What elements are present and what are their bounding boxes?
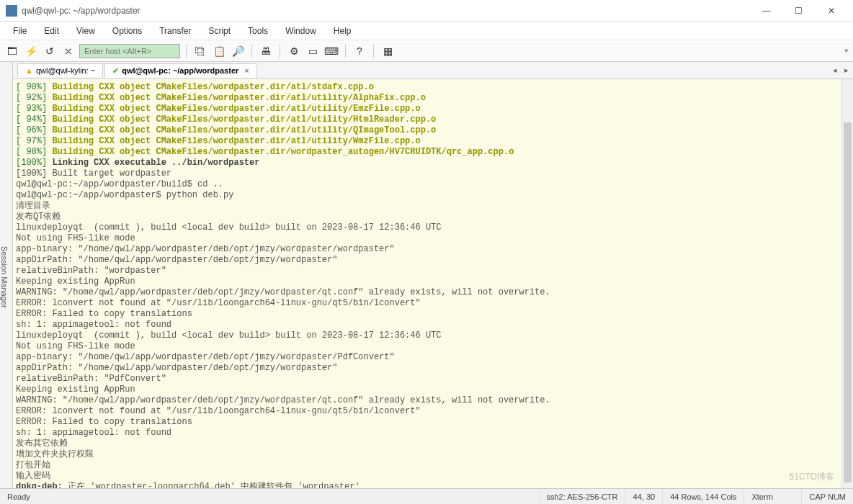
profile-icon[interactable]: 🗔 bbox=[4, 43, 20, 59]
print-icon[interactable]: 🖶 bbox=[258, 43, 274, 59]
status-size: 44 Rows, 144 Cols bbox=[663, 489, 744, 504]
separator bbox=[345, 44, 346, 58]
prev-tab-icon[interactable]: ◂ bbox=[833, 66, 837, 75]
menu-options[interactable]: Options bbox=[105, 24, 149, 37]
check-icon: ✔ bbox=[112, 66, 119, 76]
menu-view[interactable]: View bbox=[69, 24, 102, 37]
tab-wordpaster[interactable]: ✔ qwl@qwl-pc: ~/app/wordpaster × bbox=[104, 63, 256, 78]
toolbar-dropdown-icon[interactable]: ▾ bbox=[844, 46, 849, 55]
tab-kylin[interactable]: ▲ qwl@qwl-kylin: ~ bbox=[17, 63, 103, 77]
menu-help[interactable]: Help bbox=[326, 24, 359, 37]
copy-icon[interactable]: ⿻ bbox=[192, 43, 208, 59]
separator bbox=[186, 44, 187, 58]
menubar: File Edit View Options Transfer Script T… bbox=[0, 22, 853, 40]
status-caps: CAP NUM bbox=[802, 489, 853, 504]
watermark: 51CTO博客 bbox=[790, 472, 834, 482]
toolbar: 🗔 ⚡ ↺ ⤫ ⿻ 📋 🔎 🖶 ⚙ ▭ ⌨ ? ▦ ▾ bbox=[0, 40, 853, 62]
window-controls: — ☐ ✕ bbox=[750, 1, 847, 21]
close-icon[interactable]: × bbox=[244, 66, 249, 75]
terminal[interactable]: [ 90%] Building CXX object CMakeFiles/wo… bbox=[13, 79, 853, 488]
keymap-icon[interactable]: ⌨ bbox=[323, 43, 339, 59]
tab-label: qwl@qwl-pc: ~/app/wordpaster bbox=[122, 66, 238, 75]
statusbar: Ready ssh2: AES-256-CTR 44, 30 44 Rows, … bbox=[0, 488, 853, 504]
scroll-thumb[interactable] bbox=[844, 122, 852, 482]
status-term: Xterm bbox=[744, 489, 802, 504]
quick-connect-icon[interactable]: ⚡ bbox=[23, 43, 39, 59]
menu-script[interactable]: Script bbox=[201, 24, 238, 37]
session-options-icon[interactable]: ▭ bbox=[305, 43, 321, 59]
paste-icon[interactable]: 📋 bbox=[211, 43, 227, 59]
separator bbox=[251, 44, 252, 58]
tab-nav: ◂ ▸ bbox=[833, 66, 849, 75]
session-tabs: ▲ qwl@qwl-kylin: ~ ✔ qwl@qwl-pc: ~/app/w… bbox=[13, 62, 853, 79]
tab-label: qwl@qwl-kylin: ~ bbox=[36, 66, 95, 75]
status-ready: Ready bbox=[0, 489, 540, 504]
main-area: Session Manager ▲ qwl@qwl-kylin: ~ ✔ qwl… bbox=[0, 62, 853, 488]
menu-tools[interactable]: Tools bbox=[241, 24, 275, 37]
menu-transfer[interactable]: Transfer bbox=[152, 24, 198, 37]
close-button[interactable]: ✕ bbox=[815, 1, 847, 21]
maximize-button[interactable]: ☐ bbox=[782, 1, 815, 21]
menu-file[interactable]: File bbox=[6, 24, 34, 37]
extra-icon[interactable]: ▦ bbox=[380, 43, 396, 59]
separator bbox=[373, 44, 374, 58]
find-icon[interactable]: 🔎 bbox=[230, 43, 246, 59]
menu-window[interactable]: Window bbox=[278, 24, 323, 37]
status-connection: ssh2: AES-256-CTR bbox=[540, 489, 626, 504]
next-tab-icon[interactable]: ▸ bbox=[844, 66, 849, 75]
content-column: ▲ qwl@qwl-kylin: ~ ✔ qwl@qwl-pc: ~/app/w… bbox=[13, 62, 853, 488]
window-title: qwl@qwl-pc: ~/app/wordpaster bbox=[22, 6, 750, 16]
app-icon bbox=[6, 5, 17, 17]
settings-icon[interactable]: ⚙ bbox=[286, 43, 302, 59]
session-manager-tab[interactable]: Session Manager bbox=[0, 62, 13, 488]
help-icon[interactable]: ? bbox=[352, 43, 367, 59]
titlebar: qwl@qwl-pc: ~/app/wordpaster — ☐ ✕ bbox=[0, 0, 853, 22]
warning-icon: ▲ bbox=[25, 66, 33, 75]
host-input[interactable] bbox=[79, 44, 180, 58]
menu-edit[interactable]: Edit bbox=[37, 24, 66, 37]
reconnect-icon[interactable]: ↺ bbox=[42, 43, 58, 59]
minimize-button[interactable]: — bbox=[750, 1, 782, 21]
status-cursor: 44, 30 bbox=[626, 489, 664, 504]
disconnect-icon[interactable]: ⤫ bbox=[61, 43, 76, 59]
scrollbar[interactable] bbox=[841, 79, 853, 488]
separator bbox=[280, 44, 280, 58]
